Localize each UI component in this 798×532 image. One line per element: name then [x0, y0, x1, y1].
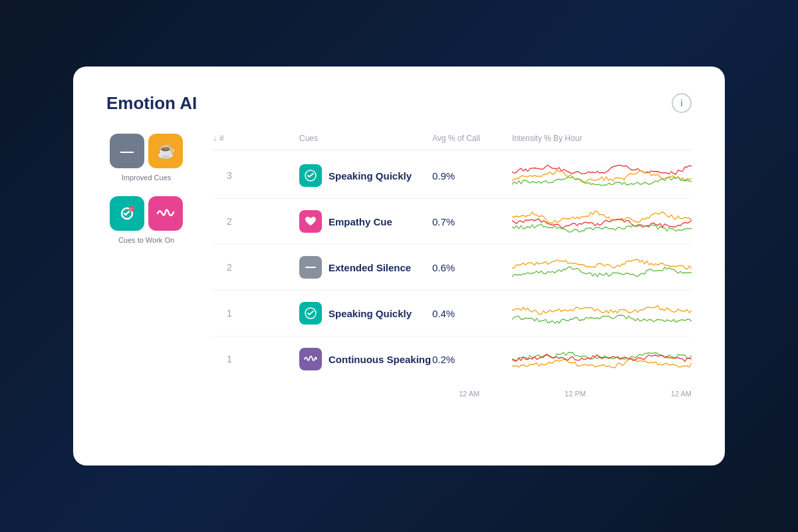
col-avg: Avg % of Call	[432, 134, 512, 143]
cue-name: Speaking Quickly	[329, 308, 412, 319]
table-row: 1 Continuous Speaking 0.2%	[213, 336, 692, 382]
sparkline-cell	[512, 300, 692, 327]
table-body: 3 Speaking Quickly 0.9% 2 Empathy Cue 0.…	[213, 153, 692, 382]
improved-cues-group: — ☕ Improved Cues	[106, 134, 186, 182]
svg-rect-4	[305, 267, 316, 268]
x-label-mid: 12 PM	[565, 390, 586, 398]
sparkline-cell	[512, 346, 692, 372]
work-on-icons: !	[110, 196, 183, 231]
avg-percent: 0.7%	[432, 216, 512, 227]
cue-icon	[299, 164, 322, 187]
cue-cell: Empathy Cue	[299, 210, 432, 233]
table-row: 1 Speaking Quickly 0.4%	[213, 291, 692, 336]
main-content: — ☕ Improved Cues !	[106, 134, 692, 398]
avg-percent: 0.4%	[432, 308, 512, 319]
cue-icon	[299, 256, 322, 279]
info-icon-button[interactable]: i	[672, 93, 692, 113]
cue-icon	[299, 348, 322, 370]
sparkline-cell	[512, 208, 692, 235]
table-row: 2 Empathy Cue 0.7%	[213, 199, 692, 245]
cue-cell: Continuous Speaking	[299, 348, 432, 370]
row-number: 3	[213, 170, 246, 181]
page-title: Emotion AI	[106, 93, 197, 114]
cue-cell: Speaking Quickly	[299, 302, 432, 325]
svg-text:!: !	[130, 207, 132, 211]
improved-icon-1: —	[110, 134, 144, 168]
row-number: 2	[213, 216, 246, 227]
improved-icon-2: ☕	[148, 134, 183, 168]
cue-cell: Speaking Quickly	[299, 164, 432, 187]
card-header: Emotion AI i	[106, 93, 692, 114]
left-panel: — ☕ Improved Cues !	[106, 134, 186, 398]
cue-cell: Extended Silence	[299, 256, 432, 279]
sparkline-cell	[512, 254, 692, 281]
work-on-group: ! Cues to Work On	[106, 196, 186, 244]
sparkline-cell	[512, 162, 692, 189]
sparkline	[512, 300, 692, 327]
cue-name: Extended Silence	[329, 262, 411, 273]
work-on-icon-2	[148, 196, 183, 231]
col-sort: ↓ #	[213, 134, 246, 143]
work-on-icon-1: !	[110, 196, 144, 231]
main-card: Emotion AI i — ☕ Improved Cues	[73, 66, 725, 466]
cue-icon	[299, 210, 322, 233]
col-cues: Cues	[299, 134, 432, 143]
cue-name: Empathy Cue	[329, 216, 392, 227]
sparkline	[512, 346, 692, 372]
cue-name: Speaking Quickly	[329, 170, 412, 182]
avg-percent: 0.2%	[432, 354, 512, 365]
sparkline	[512, 254, 692, 281]
sparkline	[512, 208, 692, 235]
row-number: 1	[213, 354, 246, 364]
improved-cues-icons: — ☕	[110, 134, 183, 168]
table-header: ↓ # Cues Avg % of Call Intensity % By Ho…	[213, 134, 692, 150]
cue-icon	[299, 302, 322, 325]
data-table: ↓ # Cues Avg % of Call Intensity % By Ho…	[213, 134, 692, 398]
avg-percent: 0.9%	[432, 170, 512, 182]
work-on-label: Cues to Work On	[118, 236, 174, 244]
sparkline	[512, 162, 692, 189]
x-label-start: 12 AM	[459, 390, 479, 398]
row-number: 1	[213, 308, 246, 319]
cue-name: Continuous Speaking	[329, 354, 431, 365]
improved-cues-label: Improved Cues	[122, 174, 172, 182]
table-row: 2 Extended Silence 0.6%	[213, 245, 692, 291]
table-row: 3 Speaking Quickly 0.9%	[213, 153, 692, 199]
row-number: 2	[213, 262, 246, 273]
x-axis: 12 AM 12 PM 12 AM	[213, 384, 692, 398]
col-intensity: Intensity % By Hour	[512, 134, 692, 143]
avg-percent: 0.6%	[432, 262, 512, 273]
x-label-end: 12 AM	[671, 390, 692, 398]
